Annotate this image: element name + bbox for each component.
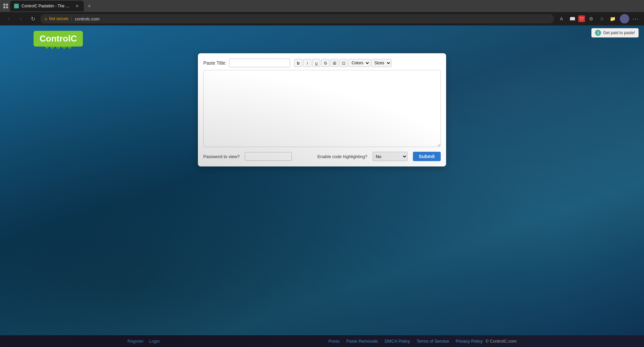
collections-button[interactable]: 📁: [608, 14, 617, 23]
underline-button[interactable]: u: [312, 59, 320, 67]
footer-inner: Register Login Press · Paste Removals · …: [121, 339, 523, 344]
active-tab[interactable]: ControlC Pastebin - The easiest... ✕: [10, 1, 84, 11]
highlighting-label: Enable code highlighting?: [317, 154, 367, 159]
bold-button[interactable]: b: [294, 59, 302, 67]
footer-right-links: Press · Paste Removals · DMCA Policy · T…: [328, 339, 517, 344]
translate-button[interactable]: A: [557, 14, 566, 23]
highlighting-select[interactable]: No: [373, 152, 407, 161]
logo-text: ControlC: [40, 33, 77, 44]
footer-left-links: Register Login: [127, 339, 160, 344]
sep2: ·: [381, 339, 382, 344]
sep4: ·: [452, 339, 453, 344]
ad-banner[interactable]: $ Get paid to paste!: [591, 28, 639, 38]
forward-button[interactable]: ›: [16, 14, 25, 23]
navigation-bar: ‹ › ↻ ⚠ Not secure | controlc.com A 📖 🛡 …: [0, 12, 644, 25]
paste-removals-link[interactable]: Paste Removals: [346, 339, 378, 344]
tos-link[interactable]: Terms of Service: [417, 339, 449, 344]
press-link[interactable]: Press: [328, 339, 339, 344]
paste-form: Paste Title: b i u S ⊞ ⊡ Colors Sizes: [198, 53, 446, 166]
dmca-link[interactable]: DMCA Policy: [384, 339, 410, 344]
new-tab-button[interactable]: +: [85, 2, 93, 10]
reload-button[interactable]: ↻: [28, 14, 38, 23]
reader-button[interactable]: 📖: [568, 14, 577, 23]
extensions-button[interactable]: ⚙: [586, 14, 596, 23]
extensions-area: 🛡 ⚙ ☆ 📁: [578, 14, 617, 23]
tab-close-button[interactable]: ✕: [74, 3, 80, 9]
password-input[interactable]: [245, 152, 292, 161]
url-separator: |: [71, 16, 72, 21]
submit-button[interactable]: Submit: [413, 152, 441, 161]
privacy-link[interactable]: Privacy Policy: [455, 339, 483, 344]
url-text: controlc.com: [75, 16, 100, 21]
site-logo: ControlC: [34, 31, 83, 47]
form-header: Paste Title: b i u S ⊞ ⊡ Colors Sizes: [203, 59, 441, 67]
table-button[interactable]: ⊞: [330, 59, 338, 67]
menu-button[interactable]: ⋯: [631, 14, 640, 23]
formatting-toolbar: b i u S ⊞ ⊡ Colors Sizes: [294, 59, 391, 67]
login-link[interactable]: Login: [149, 339, 160, 344]
copyright-text: © ControlC.com: [485, 339, 517, 344]
address-bar[interactable]: ⚠ Not secure | controlc.com: [40, 14, 554, 23]
svg-rect-0: [3, 4, 5, 6]
paste-title-input[interactable]: [229, 59, 290, 67]
logo-container: ControlC: [34, 31, 83, 47]
register-link[interactable]: Register: [127, 339, 144, 344]
ad-icon: $: [595, 30, 601, 36]
tab-title: ControlC Pastebin - The easiest...: [21, 4, 72, 8]
profile-button[interactable]: [620, 14, 629, 23]
page-footer: Register Login Press · Paste Removals · …: [0, 335, 644, 347]
window-grid-button[interactable]: [3, 3, 9, 9]
browser-chrome: ControlC Pastebin - The easiest... ✕ + ‹…: [0, 0, 644, 25]
tab-bar: ControlC Pastebin - The easiest... ✕ +: [0, 0, 644, 12]
svg-rect-2: [3, 6, 5, 8]
ad-text: Get paid to paste!: [603, 30, 635, 35]
paste-textarea[interactable]: [203, 70, 441, 147]
svg-rect-3: [6, 6, 8, 8]
security-label: Not secure: [49, 16, 68, 21]
sep1: ·: [342, 339, 344, 344]
colors-select[interactable]: Colors: [348, 59, 370, 67]
image-button[interactable]: ⊡: [339, 59, 347, 67]
form-footer: Password to view? Enable code highlighti…: [203, 152, 441, 161]
svg-rect-1: [6, 4, 8, 6]
paste-title-label: Paste Title:: [203, 60, 226, 66]
italic-button[interactable]: i: [303, 59, 311, 67]
page-content: $ Get paid to paste! ControlC Paste Titl…: [0, 25, 644, 347]
extension-icon-red[interactable]: 🛡: [578, 15, 585, 22]
tab-favicon: [14, 4, 19, 8]
favorites-button[interactable]: ☆: [597, 14, 606, 23]
password-label: Password to view?: [203, 154, 239, 159]
strikethrough-button[interactable]: S: [321, 59, 329, 67]
security-icon: ⚠ Not secure: [44, 16, 68, 21]
browser-icons: A 📖 🛡 ⚙ ☆ 📁 ⋯: [557, 14, 640, 23]
back-button[interactable]: ‹: [4, 14, 13, 23]
sep3: ·: [413, 339, 414, 344]
sizes-select[interactable]: Sizes: [371, 59, 391, 67]
